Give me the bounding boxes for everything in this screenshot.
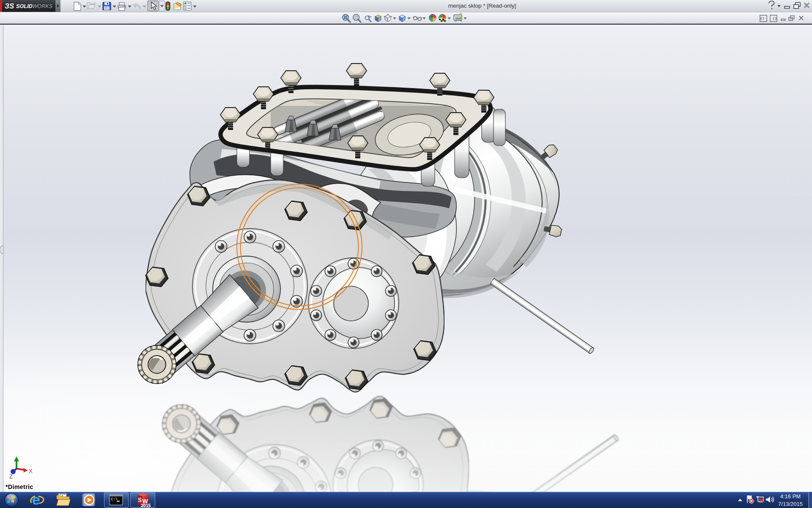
svg-text:e: e <box>32 492 40 508</box>
svg-text:Z: Z <box>9 473 13 480</box>
svg-text:X: X <box>29 468 33 474</box>
svg-text:ЗS: ЗS <box>5 2 14 10</box>
svg-text:C:\: C:\ <box>111 497 118 502</box>
svg-text:S: S <box>138 497 142 503</box>
svg-text:2015: 2015 <box>141 503 151 508</box>
svg-text:SOLIDWORKS: SOLIDWORKS <box>16 3 53 9</box>
